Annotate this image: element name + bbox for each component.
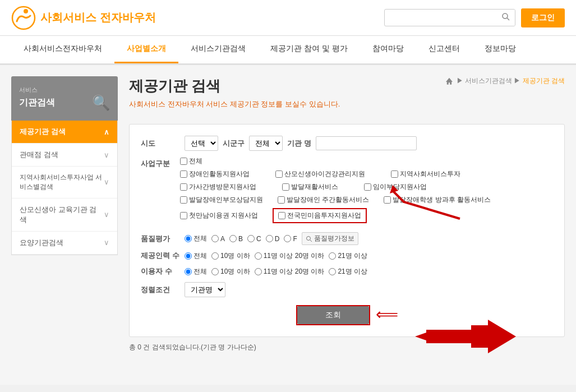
provider-count-label: 제공인력 수 [141, 251, 180, 261]
search-button[interactable] [497, 10, 515, 26]
chevron-up-icon: ∧ [104, 128, 109, 136]
sidebar-item-regional-service[interactable]: 지역사회서비스투자사업 서비스별검색 ∨ [12, 167, 117, 199]
check-regional-invest[interactable]: 지역사회서비스투자 [391, 169, 460, 179]
search-input[interactable] [385, 11, 497, 25]
checkbox-homecare[interactable] [180, 183, 187, 191]
sidebar-item-provider-search[interactable]: 제공기관 검색 ∧ [12, 121, 117, 144]
provider-21[interactable]: 21명 이상 [329, 251, 367, 261]
sidebar-header: 서비스 기관검색 🔍 [11, 76, 118, 121]
svg-point-2 [503, 13, 508, 19]
sidebar-item-store-search[interactable]: 관매점 검색 ∨ [12, 144, 117, 167]
nav-item-info[interactable]: 정보마당 [472, 36, 528, 63]
search-submit-button[interactable]: 조회 [297, 306, 369, 324]
provider-20[interactable]: 11명 이상 20명 이하 [255, 251, 325, 261]
provider-all[interactable]: 전체 [185, 251, 207, 261]
organ-name-input[interactable] [316, 136, 417, 150]
check-pregnancy-support[interactable]: 임이부담지원사업 [364, 182, 427, 192]
check-row-2: 가사간병방문지원사업 발달재활서비스 임이부담지원사업 [180, 182, 553, 192]
header: 사회서비스 전자바우처 로그인 [0, 0, 576, 36]
quality-C[interactable]: C [247, 235, 261, 243]
quality-A[interactable]: A [211, 235, 225, 243]
chevron-down-icon: ∨ [104, 151, 109, 159]
sido-label: 시도 [141, 139, 180, 149]
sort-label: 정렬조건 [141, 285, 180, 295]
nav-item-business-intro[interactable]: 사업별소개 [114, 36, 178, 63]
checkbox-developmental-rehab[interactable] [282, 183, 289, 191]
chevron-down-icon-2: ∨ [104, 178, 109, 186]
result-info: 총 0 건 검색되었습니다.(기관 명 가나다순) [129, 343, 565, 352]
navigation: 사회서비스전자바우처 사업별소개 서비스기관검색 제공기관 참여 및 평가 참여… [0, 36, 576, 64]
check-row-0: 전체 [180, 156, 553, 166]
breadcrumb: ▶ 서비스기관검색 ▶ 제공기관 검색 [446, 76, 565, 86]
user-20[interactable]: 11명 이상 20명 이하 [255, 267, 325, 276]
check-developmental-rehab[interactable]: 발달재활서비스 [282, 182, 338, 192]
quality-all[interactable]: 전체 [185, 234, 207, 243]
check-row-1: 장애인활동지원사업 산모신생아이건강관리지원 지역사회서비스투자 [180, 169, 553, 179]
nav-item-electronic-voucher[interactable]: 사회서비스전자바우처 [11, 36, 114, 63]
header-search-box [384, 9, 515, 26]
check-first-welcome[interactable]: 첫만남이용권 지원사업 [180, 211, 258, 220]
quality-row: 품질평가 전체 A B C D F 품질평가정보 [141, 232, 553, 245]
check-national-investment[interactable]: 전국민미음투자지원사업 [273, 208, 367, 223]
user-count-row: 이용자 수 전체 10명 이하 11명 이상 20명 이하 21명 이상 [141, 266, 553, 276]
quality-info-btn[interactable]: 품질평가정보 [302, 232, 358, 245]
check-row-4: 첫만남이용권 지원사업 전국민미음투자지원사업 [180, 208, 553, 223]
search-btn-highlight: 조회 [296, 305, 370, 325]
quality-B[interactable]: B [229, 235, 243, 243]
check-all[interactable]: 전체 [180, 156, 202, 166]
search-small-icon [306, 236, 312, 242]
user-21[interactable]: 21명 이상 [329, 267, 367, 276]
search-icon [501, 12, 510, 21]
user-count-label: 이용자 수 [141, 266, 180, 276]
sidebar-header-icon: 🔍 [92, 94, 110, 112]
checkbox-pregnancy-support[interactable] [364, 183, 371, 191]
sidebar: 서비스 기관검색 🔍 제공기관 검색 ∧ 관매점 검색 ∨ 지역사회서비스투자사… [11, 76, 118, 373]
sidebar-header-sub: 서비스 [19, 86, 38, 93]
checkbox-first-welcome[interactable] [180, 212, 187, 219]
check-daytime-activity[interactable]: 발달장애인 주간활동서비스 [278, 195, 369, 205]
login-button[interactable]: 로그인 [521, 8, 565, 27]
checkbox-maternity-health[interactable] [275, 170, 283, 178]
logo-icon [11, 6, 36, 30]
check-parent-counseling[interactable]: 발달장애인부모상담지원 [180, 195, 263, 205]
svg-point-1 [24, 9, 28, 13]
nav-item-service-search[interactable]: 서비스기관검색 [178, 36, 258, 63]
sidebar-item-care[interactable]: 요양기관검색 ∨ [12, 232, 117, 255]
nav-item-report[interactable]: 신고센터 [416, 36, 472, 63]
checkbox-daytime-activity[interactable] [278, 196, 285, 204]
quality-D[interactable]: D [266, 235, 280, 243]
logo-text: 사회서비스 전자바우처 [40, 10, 156, 25]
organ-label: 기관 명 [287, 139, 311, 149]
svg-line-3 [507, 18, 509, 20]
nav-item-participation[interactable]: 제공기관 참여 및 평가 [258, 36, 360, 63]
provider-10[interactable]: 10명 이하 [211, 251, 250, 261]
sort-select[interactable]: 기관명 [185, 282, 225, 297]
user-10[interactable]: 10명 이하 [211, 267, 250, 276]
sidebar-header-main: 기관검색 [19, 97, 92, 109]
checkbox-national-investment[interactable] [278, 212, 285, 219]
user-all[interactable]: 전체 [185, 267, 207, 276]
quality-F[interactable]: F [284, 235, 297, 243]
nav-item-community[interactable]: 참여마당 [360, 36, 416, 63]
sigungu-select[interactable]: 전체 [249, 136, 283, 151]
checkbox-parent-counseling[interactable] [180, 196, 187, 204]
checkbox-all[interactable] [180, 158, 187, 165]
business-checkboxes: 전체 장애인활동지원사업 산모신생아이건강관리지원 [180, 156, 553, 227]
main-content: ▶ 서비스기관검색 ▶ 제공기관 검색 제공기관 검색 사회서비스 전자바우처 … [129, 76, 565, 373]
logo-area: 사회서비스 전자바우처 [11, 6, 384, 30]
quality-label: 품질평가 [141, 234, 180, 244]
checkbox-after-school[interactable] [384, 196, 391, 204]
check-after-school[interactable]: 발달장애학생 방과후 활동서비스 [384, 195, 491, 205]
search-btn-row: 조회 ⟸ [141, 305, 553, 325]
check-homecare[interactable]: 가사간병방문지원사업 [180, 182, 256, 192]
sido-select[interactable]: 선택 [185, 136, 218, 151]
provider-count-row: 제공인력 수 전체 10명 이하 11명 이상 20명 이하 21명 이상 [141, 251, 553, 261]
business-type-section: 사업구분 전체 장애인활동지원사업 [141, 156, 553, 227]
business-label: 사업구분 [141, 156, 180, 169]
check-maternity-health[interactable]: 산모신생아이건강관리지원 [275, 169, 365, 179]
sidebar-item-maternity[interactable]: 산모신생아 교육기관 검색 ∨ [12, 199, 117, 232]
checkbox-regional-invest[interactable] [391, 170, 398, 178]
checkbox-disabled-activity[interactable] [180, 170, 187, 178]
check-disabled-activity[interactable]: 장애인활동지원사업 [180, 169, 250, 179]
chevron-down-icon-3: ∨ [104, 210, 109, 219]
